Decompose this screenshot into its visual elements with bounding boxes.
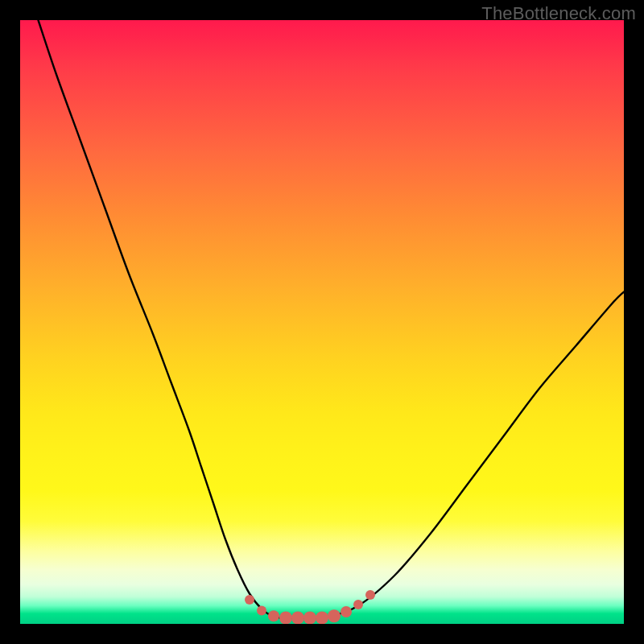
marker-dot: [291, 612, 304, 625]
marker-dot: [268, 610, 279, 621]
marker-dot: [353, 600, 363, 609]
marker-dot: [303, 612, 316, 625]
curve-layer: [39, 20, 625, 618]
marker-dot: [245, 595, 254, 605]
plot-area: [20, 20, 624, 624]
chart-frame: TheBottleneck.com: [0, 0, 644, 644]
watermark-text: TheBottleneck.com: [481, 3, 636, 24]
marker-dot: [279, 612, 292, 625]
marker-dot: [257, 606, 266, 616]
marker-dots: [245, 590, 375, 624]
marker-dot: [328, 609, 341, 622]
marker-dot: [365, 590, 375, 600]
marker-dot: [316, 612, 328, 625]
chart-svg: [20, 20, 624, 624]
marker-dot: [341, 606, 352, 617]
bottleneck-curve: [39, 20, 625, 618]
